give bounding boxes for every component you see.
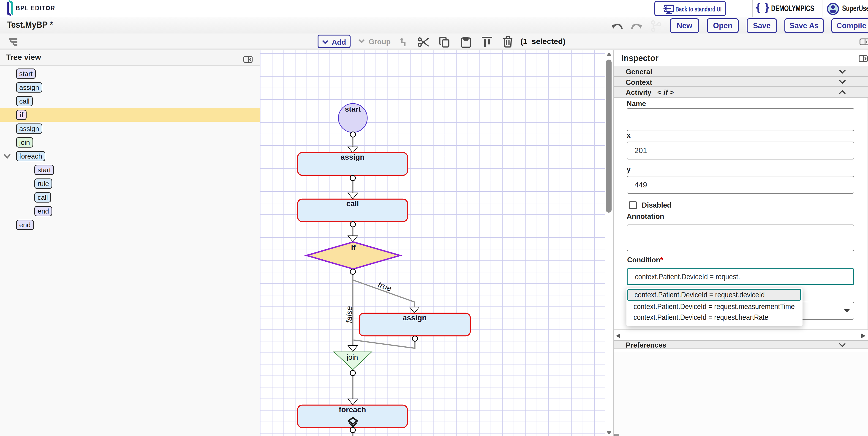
- svg-text:assign: assign: [403, 313, 427, 322]
- svg-text:foreach: foreach: [339, 405, 366, 414]
- svg-text:call: call: [346, 199, 359, 208]
- svg-text:assign: assign: [341, 153, 365, 161]
- svg-text:join: join: [346, 353, 358, 361]
- svg-text:start: start: [345, 105, 361, 113]
- svg-text:false: false: [345, 306, 353, 323]
- svg-text:if: if: [351, 243, 355, 252]
- svg-text:true: true: [377, 280, 393, 293]
